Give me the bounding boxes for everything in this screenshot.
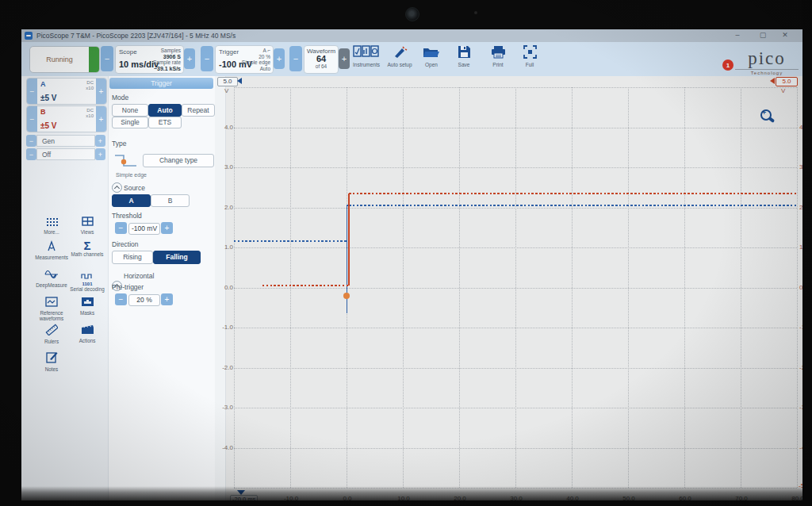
trigger-marker[interactable]	[343, 293, 350, 299]
channel-a-axis-marker[interactable]	[237, 78, 242, 84]
maximize-button[interactable]: ▢	[757, 31, 768, 39]
generator-off-increase[interactable]: +	[95, 148, 105, 160]
trace-segment-channel-b	[349, 193, 797, 194]
source-a-button[interactable]: A	[112, 194, 151, 207]
auto-setup-button[interactable]: Auto setup	[385, 45, 415, 67]
waveform-panel[interactable]: Waveform 64 of 64	[304, 45, 339, 74]
trigger-mode: Auto	[260, 66, 270, 71]
save-button[interactable]: Save	[450, 45, 478, 67]
close-button[interactable]: ✕	[779, 31, 791, 39]
trigger-summary-panel[interactable]: Trigger -100 mV A ⌐ 20 % Simple edge Aut…	[215, 45, 274, 74]
pretrigger-field[interactable]: 20 %	[128, 294, 160, 306]
window-title: PicoScope 7 T&M - PicoScope 2203 [ZJV47/…	[36, 32, 236, 40]
print-button[interactable]: Print	[484, 45, 512, 67]
generator-state-row: − Off +	[26, 148, 105, 160]
sidebar-item-actions[interactable]: Actions	[70, 324, 105, 343]
axis-b-max-box[interactable]: 5.0	[776, 77, 798, 86]
sidebar-item-deepmeasure[interactable]: DeepMeasure	[34, 268, 69, 288]
waveform-number: 64	[304, 55, 338, 63]
source-b-button[interactable]: B	[151, 194, 190, 207]
pretrigger-increase-button[interactable]: +	[161, 293, 173, 305]
type-label: Type	[112, 140, 126, 148]
zoom-tool-icon[interactable]	[760, 109, 772, 121]
axis-a-max-box[interactable]: 5.0	[217, 77, 238, 86]
falling-edge-icon: ⌐	[267, 48, 270, 53]
threshold-field[interactable]: -100 mV	[128, 223, 160, 235]
change-type-button[interactable]: Change type	[143, 154, 214, 167]
trace-segment-channel-a	[349, 205, 797, 206]
y-axis-label-left: -4.0	[216, 444, 233, 451]
trigger-decrease-button[interactable]: −	[201, 46, 213, 71]
running-button[interactable]: Running	[29, 46, 100, 73]
open-button[interactable]: Open	[416, 45, 446, 67]
instruments-button[interactable]: Instruments	[350, 45, 382, 67]
more-icon	[46, 217, 58, 226]
simple-edge-caption: Simple edge	[116, 172, 147, 178]
mode-single-button[interactable]: Single	[112, 117, 148, 128]
scope-display[interactable]: 5.0 V 5.0 V 4.04.03.03.02.02.01.01.00.00…	[215, 76, 802, 500]
edge-type-icon	[113, 151, 139, 171]
sidebar-item-measurements[interactable]: Measurements	[34, 240, 69, 260]
source-collapse-icon[interactable]	[112, 182, 122, 193]
minimize-button[interactable]: –	[732, 31, 743, 39]
channel-a-info: A DCx10 ±5 V	[37, 79, 96, 104]
threshold-decrease-button[interactable]: −	[115, 222, 127, 234]
x-axis-label: 70.0	[733, 495, 750, 500]
channel-b-axis-marker[interactable]	[770, 78, 775, 84]
channel-b-button[interactable]: − B DCx10 ±5 V +	[26, 105, 107, 132]
sidebar-item-notes[interactable]: Notes	[34, 351, 69, 372]
y-axis-label-left: 1.0	[216, 243, 233, 251]
pretrigger-label: Pre-trigger	[112, 283, 144, 291]
y-axis-label-left: 2.0	[216, 204, 233, 211]
channel-b-coupling: DCx10	[86, 108, 94, 119]
channel-a-increase[interactable]: +	[96, 79, 106, 104]
scope-decrease-button[interactable]: −	[101, 46, 113, 71]
x-axis-label: 10.0	[395, 495, 412, 500]
trigger-properties-panel: Trigger Mode None Auto Repeat Single ETS…	[108, 76, 216, 500]
mode-none-button[interactable]: None	[112, 104, 148, 117]
mode-ets-button[interactable]: ETS	[148, 117, 182, 128]
sidebar-item-reference-waveforms[interactable]: Referencewaveforms	[34, 296, 69, 321]
x-axis-marker[interactable]	[237, 490, 245, 495]
running-indicator	[89, 47, 99, 72]
channel-b-decrease[interactable]: −	[27, 106, 37, 132]
sidebar-item-masks[interactable]: Masks	[70, 296, 105, 316]
sidebar-item-more[interactable]: More...	[34, 215, 69, 235]
generator-state[interactable]: Off	[36, 148, 95, 160]
x-axis-label: 80.0	[789, 495, 802, 500]
direction-rising-button[interactable]: Rising	[112, 251, 153, 264]
scope-increase-button[interactable]: +	[184, 48, 195, 69]
sidebar-item-rulers[interactable]: Rulers	[34, 324, 69, 344]
threshold-increase-button[interactable]: +	[161, 222, 173, 234]
mode-repeat-button[interactable]: Repeat	[182, 104, 215, 117]
waveform-previous-button[interactable]: −	[289, 46, 302, 71]
mode-auto-button[interactable]: Auto	[148, 104, 182, 117]
math-channels-icon: Σ	[70, 240, 105, 251]
sidebar-item-views[interactable]: Views	[70, 215, 105, 235]
direction-falling-button[interactable]: Falling	[153, 251, 201, 264]
sidebar-item-serial-decoding[interactable]: 1101 Serial decoding	[70, 268, 105, 292]
trigger-panel-header[interactable]: Trigger	[109, 78, 213, 89]
channel-b-increase[interactable]: +	[96, 106, 106, 132]
generator-off-decrease[interactable]: −	[26, 148, 36, 160]
notification-badge[interactable]: 1	[722, 59, 733, 71]
rate-label: Sample rate	[153, 59, 181, 65]
gridline-horizontal	[234, 167, 797, 168]
print-icon	[491, 45, 506, 59]
generator-label[interactable]: Gen	[36, 135, 95, 147]
trigger-source: A	[262, 48, 266, 53]
full-screen-button-label: Full	[516, 62, 543, 67]
sidebar-item-math-channels[interactable]: Σ Math channels	[70, 240, 105, 257]
scope-summary-panel[interactable]: Scope 10 ms/div Samples 3906 S Sample ra…	[115, 45, 184, 74]
picoscope-app-icon	[25, 32, 33, 40]
full-screen-button[interactable]: Full	[516, 45, 543, 67]
y-axis-label-left: -3.0	[216, 404, 233, 411]
waveform-next-button[interactable]: +	[339, 48, 350, 69]
pretrigger-decrease-button[interactable]: −	[115, 293, 127, 305]
trigger-increase-button[interactable]: +	[274, 48, 285, 69]
webcam-led	[474, 11, 477, 14]
generator-increase[interactable]: +	[95, 135, 105, 147]
channel-a-decrease[interactable]: −	[27, 79, 37, 104]
generator-decrease[interactable]: −	[26, 135, 36, 147]
channel-a-button[interactable]: − A DCx10 ±5 V +	[26, 78, 107, 105]
